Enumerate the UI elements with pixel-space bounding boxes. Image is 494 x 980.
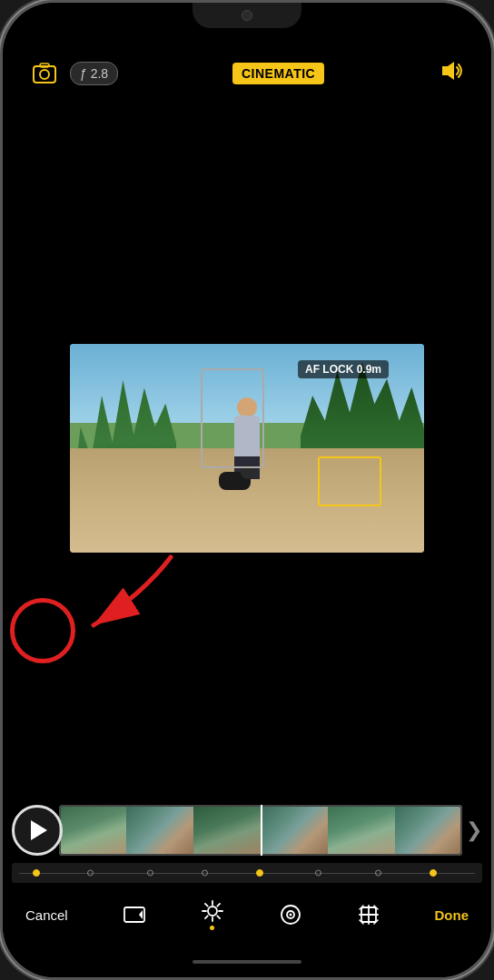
play-icon — [31, 820, 47, 840]
svg-line-13 — [205, 916, 208, 918]
notch — [193, 3, 301, 28]
focus-keyframe-dot-8[interactable] — [430, 869, 437, 877]
video-clip-tool-button[interactable] — [123, 903, 146, 926]
focus-tool-button[interactable] — [279, 903, 302, 926]
frame-thumbnail-4 — [261, 805, 328, 856]
bottom-toolbar: Cancel — [3, 883, 491, 946]
aperture-badge[interactable]: ƒ 2.8 — [70, 62, 118, 85]
frame-thumbnail-5 — [328, 805, 395, 856]
adjust-active-dot — [210, 926, 214, 930]
video-frame[interactable]: AF LOCK 0.9m — [70, 344, 424, 553]
camera-icon — [32, 61, 57, 86]
scene-background: AF LOCK 0.9m — [70, 344, 424, 553]
frame-thumbnail-3 — [193, 805, 261, 856]
focus-box-person[interactable] — [201, 368, 264, 468]
video-preview-area: AF LOCK 0.9m — [3, 98, 491, 798]
focus-keyframe-dot-7[interactable] — [375, 870, 381, 877]
film-frame-6 — [395, 805, 462, 856]
film-frame-1 — [59, 805, 126, 856]
frame-thumbnail-1 — [59, 805, 126, 856]
camera-icon-button[interactable] — [30, 59, 59, 88]
film-frame-4 — [261, 805, 328, 856]
crop-tool-button[interactable] — [357, 903, 380, 926]
status-bar — [3, 3, 491, 48]
svg-line-12 — [217, 916, 220, 918]
playhead[interactable] — [261, 805, 262, 856]
volume-icon — [439, 58, 464, 83]
focus-depth-icon — [279, 903, 302, 926]
focus-box-dog[interactable] — [318, 456, 381, 506]
cinematic-mode-badge: CINEMATIC — [232, 63, 324, 84]
cancel-button[interactable]: Cancel — [25, 907, 68, 923]
frame-thumbnail-6 — [395, 805, 462, 856]
phone-frame: ƒ 2.8 CINEMATIC — [0, 0, 494, 980]
play-button[interactable] — [12, 805, 63, 856]
volume-button[interactable] — [439, 58, 464, 89]
timeline-strip: ❯ — [3, 798, 491, 863]
svg-rect-0 — [34, 66, 55, 83]
home-bar — [193, 960, 301, 964]
svg-point-1 — [40, 70, 49, 79]
af-lock-label: AF LOCK 0.9m — [298, 360, 389, 378]
focus-track-bar[interactable] — [12, 863, 482, 883]
bottom-editing-area: ❯ — [3, 798, 491, 977]
svg-line-11 — [205, 904, 208, 906]
video-clip-icon — [123, 903, 146, 926]
svg-marker-3 — [442, 62, 454, 80]
done-button[interactable]: Done — [434, 907, 469, 923]
svg-line-14 — [217, 904, 220, 906]
front-camera — [242, 10, 252, 21]
adjust-icon — [201, 899, 224, 923]
focus-keyframe-dot-4[interactable] — [202, 870, 208, 877]
focus-keyframe-dot-5[interactable] — [256, 869, 263, 877]
instruction-arrow — [16, 539, 198, 657]
focus-keyframe-dot-3[interactable] — [147, 870, 153, 877]
top-left-group: ƒ 2.8 — [30, 59, 118, 88]
film-frame-2 — [126, 805, 193, 856]
adjust-tool-button[interactable] — [201, 899, 224, 930]
film-strip[interactable] — [59, 805, 462, 856]
dog-body — [219, 472, 251, 490]
home-indicator — [3, 946, 491, 977]
top-controls-bar: ƒ 2.8 CINEMATIC — [3, 48, 491, 98]
dog-subject — [219, 472, 251, 490]
play-button-highlight-circle — [10, 598, 75, 663]
focus-track-line — [19, 873, 475, 874]
focus-keyframe-dot-2[interactable] — [87, 870, 94, 877]
timeline-expand-chevron[interactable]: ❯ — [466, 818, 482, 842]
svg-point-17 — [289, 914, 291, 916]
focus-track-dots — [19, 872, 475, 874]
focus-keyframe-dot-1[interactable] — [33, 869, 40, 877]
focus-keyframe-dot-6[interactable] — [315, 870, 321, 877]
film-frame-5 — [328, 805, 395, 856]
phone-screen: ƒ 2.8 CINEMATIC — [3, 3, 491, 977]
svg-point-6 — [208, 906, 217, 916]
crop-transform-icon — [357, 903, 380, 926]
frame-thumbnail-2 — [126, 805, 193, 856]
film-frame-3 — [193, 805, 261, 856]
